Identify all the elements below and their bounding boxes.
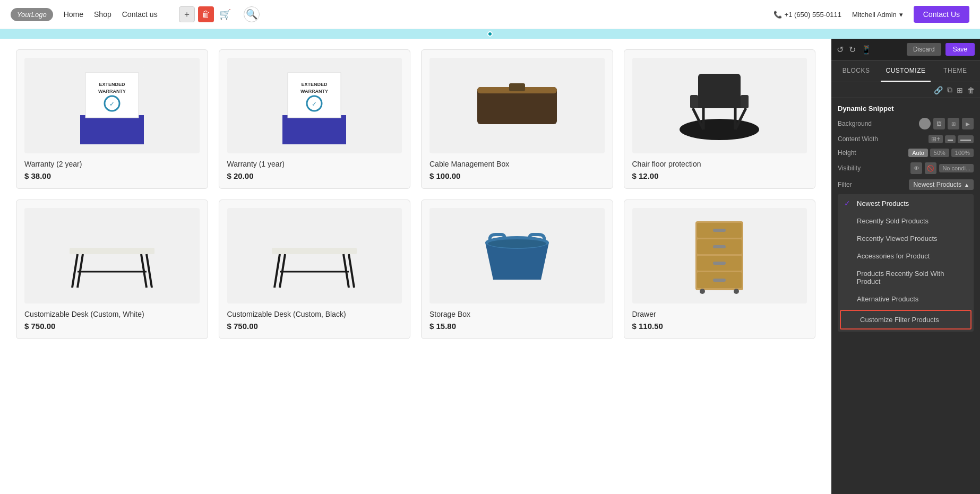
product-image-warranty-1yr: EXTENDED WARRANTY ✓ (227, 58, 402, 153)
discard-button[interactable]: Discard (907, 43, 941, 56)
product-card-desk-black[interactable]: Customizable Desk (Custom, Black) $ 750.… (219, 200, 411, 339)
product-card-desk-white[interactable]: Customizable Desk (Custom, White) $ 750.… (16, 200, 208, 339)
product-card-warranty-1yr[interactable]: EXTENDED WARRANTY ✓ Warranty (1 year) $ … (219, 49, 411, 189)
filter-option-products-recently-sold-with[interactable]: Products Recently Sold With Product (838, 265, 974, 290)
product-price-warranty-1yr: $ 20.00 (227, 171, 402, 180)
filter-option-recently-viewed[interactable]: Recently Viewed Products (838, 230, 974, 247)
height-100-option[interactable]: 100% (951, 149, 974, 157)
product-image-desk-white (24, 208, 200, 304)
svg-rect-42 (713, 229, 726, 232)
bg-grid-option[interactable]: ⊞ (948, 118, 959, 129)
product-name-warranty-1yr: Warranty (1 year) (227, 160, 402, 168)
save-button[interactable]: Save (945, 43, 975, 56)
link-icon[interactable]: 🔗 (934, 86, 943, 94)
panel-content: Dynamic Snippet Background 🖼 ⊞ ▶ (831, 98, 980, 494)
svg-rect-48 (713, 279, 726, 282)
product-card-warranty-2yr[interactable]: EXTENDED WARRANTY ✓ Warranty (2 year) $ … (16, 49, 208, 189)
svg-rect-32 (272, 248, 357, 254)
nav-contact[interactable]: Contact us (122, 10, 158, 19)
width-full-option[interactable]: ▬▬ (958, 135, 974, 143)
visibility-eye-off-icon[interactable]: 🚫 (925, 162, 936, 174)
filter-option-alternative[interactable]: Alternative Products (838, 290, 974, 308)
nav-home[interactable]: Home (64, 10, 83, 19)
product-card-drawer[interactable]: Drawer $ 110.50 (624, 200, 816, 339)
svg-rect-26 (70, 248, 154, 254)
add-block-icon[interactable]: ＋ (179, 6, 195, 22)
logo[interactable]: YourLogo (11, 8, 53, 21)
filter-option-newest[interactable]: ✓ Newest Products (838, 194, 974, 212)
svg-point-50 (734, 289, 739, 294)
trash-icon[interactable]: 🗑 (967, 86, 975, 94)
product-image-cable-box (429, 58, 605, 153)
visibility-eye-icon[interactable]: 👁 (910, 162, 922, 174)
product-price-drawer: $ 110.50 (632, 322, 807, 331)
visibility-row: Visibility 👁 🚫 No condi... (838, 162, 974, 174)
product-name-cable-box: Cable Management Box (429, 160, 605, 168)
height-label: Height (838, 149, 856, 157)
tab-customize[interactable]: Customize (881, 60, 930, 82)
svg-text:EXTENDED: EXTENDED (99, 82, 125, 87)
width-mid-option[interactable]: ▬ (945, 135, 956, 143)
nav-shop[interactable]: Shop (94, 10, 111, 19)
width-options: ⊞+ ▬ ▬▬ (929, 135, 974, 143)
width-plus-option[interactable]: ⊞+ (929, 135, 943, 143)
svg-rect-25 (741, 95, 749, 108)
svg-point-49 (700, 289, 705, 294)
product-card-cable-box[interactable]: Cable Management Box $ 100.00 (421, 49, 613, 189)
filter-row: Filter Newest Products ▲ (838, 179, 974, 190)
visibility-label: Visibility (838, 164, 861, 172)
mobile-icon[interactable]: 📱 (861, 45, 872, 55)
undo-icon[interactable]: ↺ (837, 45, 844, 55)
cart-icon[interactable]: 🛒 (217, 6, 233, 22)
product-card-storage-box[interactable]: Storage Box $ 15.80 (421, 200, 613, 339)
phone-number: 📞 +1 (650) 555-0111 (773, 11, 841, 19)
svg-point-17 (680, 119, 759, 140)
product-name-desk-white: Customizable Desk (Custom, White) (24, 310, 200, 318)
svg-rect-16 (509, 83, 525, 91)
product-name-storage-box: Storage Box (429, 310, 605, 318)
svg-line-30 (147, 254, 152, 288)
right-panel: ↺ ↻ 📱 Discard Save Blocks Customize Them… (831, 39, 980, 494)
filter-select[interactable]: Newest Products ▲ (909, 179, 974, 190)
product-area: EXTENDED WARRANTY ✓ Warranty (2 year) $ … (0, 39, 831, 494)
svg-point-39 (488, 239, 546, 248)
filter-option-accessories[interactable]: Accessories for Product (838, 247, 974, 265)
redo-icon[interactable]: ↻ (849, 45, 856, 55)
filter-option-recently-sold[interactable]: Recently Sold Products (838, 212, 974, 230)
accent-bar (0, 29, 980, 39)
product-card-chair-mat[interactable]: Chair floor protection $ 12.00 (624, 49, 816, 189)
background-label: Background (838, 120, 872, 127)
tab-blocks[interactable]: Blocks (831, 60, 881, 82)
svg-text:✓: ✓ (109, 100, 115, 108)
product-image-drawer (632, 208, 807, 304)
section-title: Dynamic Snippet (838, 105, 974, 112)
search-icon[interactable]: 🔍 (244, 6, 260, 22)
user-caret: ▾ (899, 11, 903, 19)
height-auto-option[interactable]: Auto (908, 149, 928, 157)
filter-option-customize[interactable]: Customize Filter Products (840, 310, 972, 330)
svg-rect-23 (698, 74, 741, 103)
no-condition-dropdown[interactable]: No condi... (939, 164, 974, 172)
height-50-option[interactable]: 50% (930, 149, 949, 157)
svg-rect-44 (713, 245, 726, 248)
bg-circle-option[interactable] (919, 118, 931, 129)
delete-block-icon[interactable]: 🗑 (198, 6, 214, 22)
user-menu[interactable]: Mitchell Admin ▾ (852, 11, 903, 19)
contact-us-button[interactable]: Contact Us (914, 6, 969, 23)
bg-image-option[interactable]: 🖼 (933, 118, 945, 129)
logo-text: YourLogo (17, 11, 47, 19)
phone-text: +1 (650) 555-0111 (785, 11, 841, 19)
svg-rect-24 (690, 95, 698, 108)
tab-theme[interactable]: Theme (931, 60, 980, 82)
svg-text:WARRANTY: WARRANTY (98, 89, 126, 94)
background-row: Background 🖼 ⊞ ▶ (838, 118, 974, 129)
filter-option-products-recently-sold-label: Products Recently Sold With Product (857, 270, 967, 285)
product-name-drawer: Drawer (632, 310, 807, 318)
filter-selected-text: Newest Products (913, 181, 961, 188)
bg-video-option[interactable]: ▶ (962, 118, 974, 129)
grid-icon[interactable]: ⊞ (957, 86, 963, 94)
content-width-label: Content Width (838, 135, 878, 143)
product-name-desk-black: Customizable Desk (Custom, Black) (227, 310, 402, 318)
product-name-chair-mat: Chair floor protection (632, 160, 807, 168)
copy-icon[interactable]: ⧉ (947, 85, 952, 94)
